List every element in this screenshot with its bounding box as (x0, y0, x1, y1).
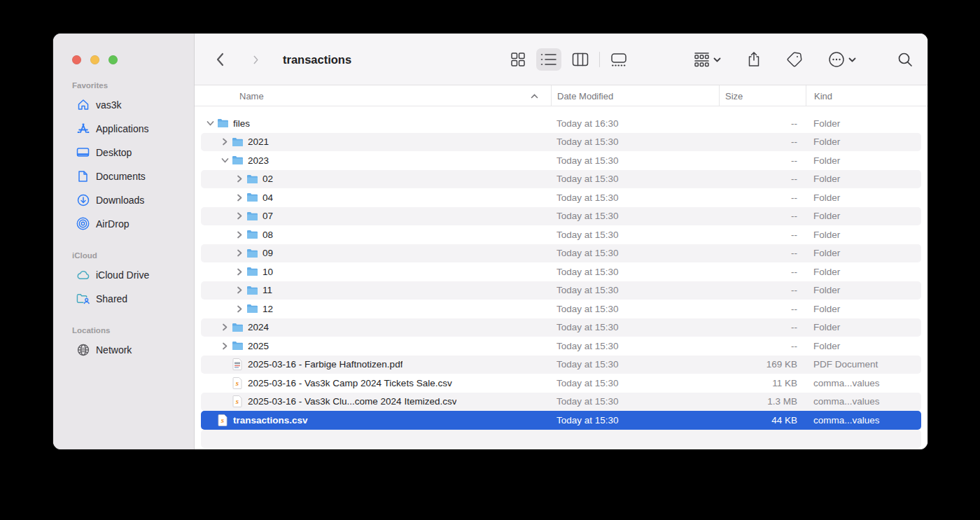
sidebar-item-shared[interactable]: Shared (59, 288, 188, 309)
table-row[interactable]: files Today at 16:30 -- Folder (195, 114, 927, 133)
disclosure-triangle-collapsed[interactable] (234, 286, 244, 294)
chevron-left-icon (216, 52, 225, 66)
sidebar-item-label: vas3k (96, 99, 122, 111)
disclosure-triangle-collapsed[interactable] (234, 175, 244, 183)
desktop-icon (76, 146, 90, 159)
file-size: -- (719, 192, 806, 203)
file-name: 2025-03-16 - Vas3k Clu...come 2024 Itemi… (248, 396, 456, 407)
window-title: transactions (283, 53, 351, 66)
zoom-window-button[interactable] (108, 55, 118, 64)
gallery-view-button[interactable] (606, 48, 631, 71)
minimize-window-button[interactable] (90, 55, 99, 64)
file-name: transactions.csv (233, 415, 308, 426)
disclosure-triangle-collapsed[interactable] (234, 305, 244, 313)
disclosure-triangle-collapsed[interactable] (220, 342, 230, 350)
column-view-button[interactable] (568, 48, 593, 71)
file-name: 09 (262, 248, 273, 258)
table-row[interactable]: 2024 Today at 15:30 -- Folder (195, 318, 927, 337)
table-row[interactable]: 12 Today at 15:30 -- Folder (195, 300, 927, 318)
share-button[interactable] (743, 47, 765, 72)
disclosure-triangle-expanded[interactable] (205, 120, 215, 126)
sidebar-item-network[interactable]: Network (59, 339, 188, 360)
disclosure-triangle-collapsed[interactable] (234, 268, 244, 276)
disclosure-triangle-collapsed[interactable] (220, 323, 230, 331)
file-kind: Folder (806, 267, 927, 277)
column-header-date-modified[interactable]: Date Modified (551, 85, 719, 106)
disclosure-triangle-collapsed[interactable] (234, 194, 244, 202)
folder-icon (231, 322, 244, 333)
file-date-modified: Today at 15:30 (551, 267, 719, 277)
back-button[interactable] (211, 48, 229, 71)
disclosure-triangle-collapsed[interactable] (234, 212, 244, 220)
column-header-size[interactable]: Size (719, 85, 806, 106)
sidebar-item-icloud-drive[interactable]: iCloud Drive (59, 264, 188, 286)
sidebar-item-applications[interactable]: Applications (59, 118, 188, 139)
sidebar-section: LocationsNetwork (53, 326, 194, 360)
search-button[interactable] (893, 48, 917, 71)
sidebar-section: iCloudiCloud DriveShared (53, 251, 194, 309)
sidebar-item-vas3k[interactable]: vas3k (59, 94, 188, 115)
table-row[interactable]: s 2025-03-16 - Vas3k Camp 2024 Tickets S… (195, 374, 927, 393)
file-kind: Folder (806, 304, 927, 314)
table-row[interactable]: 11 Today at 15:30 -- Folder (195, 281, 927, 300)
disclosure-triangle-collapsed[interactable] (220, 138, 230, 146)
file-name: 12 (262, 304, 273, 314)
more-options-button[interactable] (824, 47, 860, 72)
folder-icon (246, 303, 258, 314)
more-options-icon (828, 51, 845, 68)
sidebar-item-airdrop[interactable]: AirDrop (59, 213, 188, 234)
forward-button[interactable] (247, 51, 265, 69)
file-name: 04 (262, 192, 273, 203)
file-name: 2021 (248, 136, 269, 147)
table-row[interactable]: 2025-03-16 - Farbige Haftnotizen.pdf Tod… (195, 356, 927, 374)
sidebar-item-documents[interactable]: Documents (59, 165, 188, 187)
file-name: files (233, 118, 250, 129)
file-date-modified: Today at 16:30 (551, 118, 719, 129)
file-kind: Folder (806, 285, 927, 295)
share-icon (747, 51, 761, 68)
toolbar: transactions (195, 34, 927, 85)
network-icon (76, 343, 90, 356)
icloud-icon (76, 268, 90, 281)
table-row[interactable]: 07 Today at 15:30 -- Folder (195, 207, 927, 226)
table-row-selected[interactable]: s transactions.csv Today at 15:30 44 KB … (195, 411, 927, 430)
disclosure-triangle-collapsed[interactable] (234, 249, 244, 257)
table-row[interactable]: s 2025-03-16 - Vas3k Clu...come 2024 Ite… (195, 393, 927, 412)
file-size: -- (719, 211, 806, 221)
svg-text:s: s (220, 416, 224, 424)
column-header-kind[interactable]: Kind (806, 85, 927, 106)
table-row[interactable]: 2021 Today at 15:30 -- Folder (195, 133, 927, 152)
sort-ascending-icon (531, 94, 538, 99)
sidebar-item-desktop[interactable]: Desktop (59, 141, 188, 163)
file-name: 02 (262, 174, 273, 184)
sidebar-item-downloads[interactable]: Downloads (59, 189, 188, 211)
table-row[interactable]: 2025 Today at 15:30 -- Folder (195, 337, 927, 356)
chevron-down-icon (848, 57, 856, 62)
column-header-row: Name Date Modified Size Kind (195, 85, 927, 106)
table-row[interactable]: 09 Today at 15:30 -- Folder (195, 244, 927, 263)
file-date-modified: Today at 15:30 (551, 304, 719, 314)
table-row[interactable]: 04 Today at 15:30 -- Folder (195, 188, 927, 207)
table-row[interactable]: 10 Today at 15:30 -- Folder (195, 262, 927, 281)
disclosure-triangle-expanded[interactable] (220, 157, 230, 163)
file-name: 2025 (248, 341, 269, 351)
table-row[interactable]: 02 Today at 15:30 -- Folder (195, 170, 927, 189)
disclosure-triangle-collapsed[interactable] (234, 231, 244, 239)
table-row[interactable]: 08 Today at 15:30 -- Folder (195, 225, 927, 244)
file-date-modified: Today at 15:30 (551, 359, 719, 370)
download-icon (76, 193, 90, 206)
folder-icon (231, 340, 244, 351)
sidebar-item-label: Documents (96, 171, 146, 182)
file-size: -- (719, 322, 806, 332)
file-date-modified: Today at 15:30 (551, 211, 719, 221)
table-row[interactable]: 2023 Today at 15:30 -- Folder (195, 151, 927, 170)
group-by-button[interactable] (690, 48, 725, 71)
icon-view-button[interactable] (506, 48, 530, 71)
pdf-file-icon (231, 359, 244, 370)
column-header-name[interactable]: Name (195, 91, 551, 101)
list-view-button[interactable] (536, 48, 561, 71)
svg-text:s: s (235, 397, 239, 405)
file-name: 11 (262, 285, 272, 295)
close-window-button[interactable] (72, 55, 81, 64)
tag-button[interactable] (782, 47, 807, 72)
